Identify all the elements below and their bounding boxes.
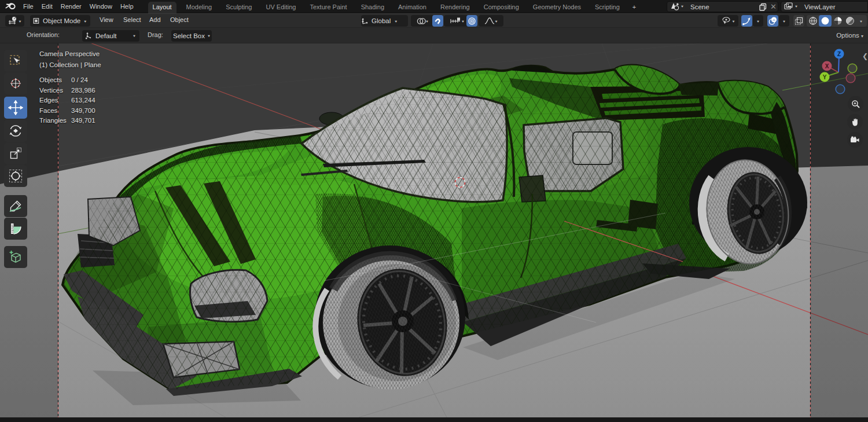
svg-text:X: X (825, 63, 829, 69)
svg-text:Y: Y (823, 74, 827, 80)
svg-text:Z: Z (837, 51, 841, 57)
